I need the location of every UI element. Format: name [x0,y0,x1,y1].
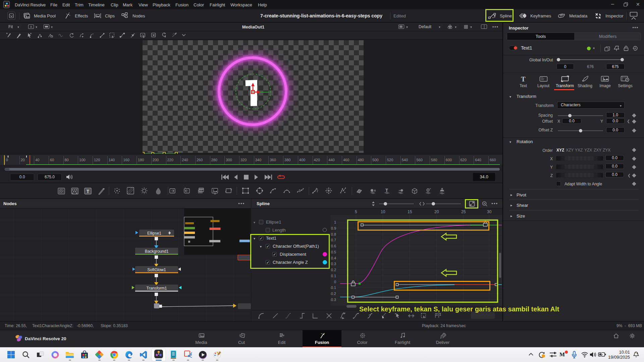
svg-text:5: 5 [355,209,357,214]
svg-text:0.3: 0.3 [331,262,336,266]
svg-text:T: T [87,189,90,194]
svg-text:30: 30 [487,209,492,214]
svg-text:20: 20 [434,209,439,214]
svg-text:-0.3: -0.3 [330,298,336,302]
svg-text:-0.2: -0.2 [330,292,336,296]
svg-text:0.1: 0.1 [331,274,336,278]
svg-text:25: 25 [461,209,466,214]
svg-text:Ellipse1: Ellipse1 [147,231,161,236]
svg-text:z: z [637,352,638,354]
svg-text:0.5: 0.5 [331,250,336,254]
svg-text:0.4: 0.4 [331,256,336,260]
svg-text:1: 1 [334,220,336,224]
svg-text:0: 0 [334,280,336,284]
svg-text:0.9: 0.9 [331,226,336,230]
svg-text:SoftGlow1: SoftGlow1 [147,267,166,272]
svg-text:T: T [385,188,388,193]
svg-text:0.2: 0.2 [331,268,336,272]
svg-text:-0.1: -0.1 [330,286,336,290]
svg-text:0.6: 0.6 [331,244,336,248]
svg-text:10: 10 [381,209,385,214]
svg-text:0.8: 0.8 [331,232,336,236]
svg-text:Transform1: Transform1 [147,286,167,291]
svg-text:0.7: 0.7 [331,238,336,242]
svg-text:15: 15 [408,209,412,214]
svg-text:Background1: Background1 [145,249,169,254]
